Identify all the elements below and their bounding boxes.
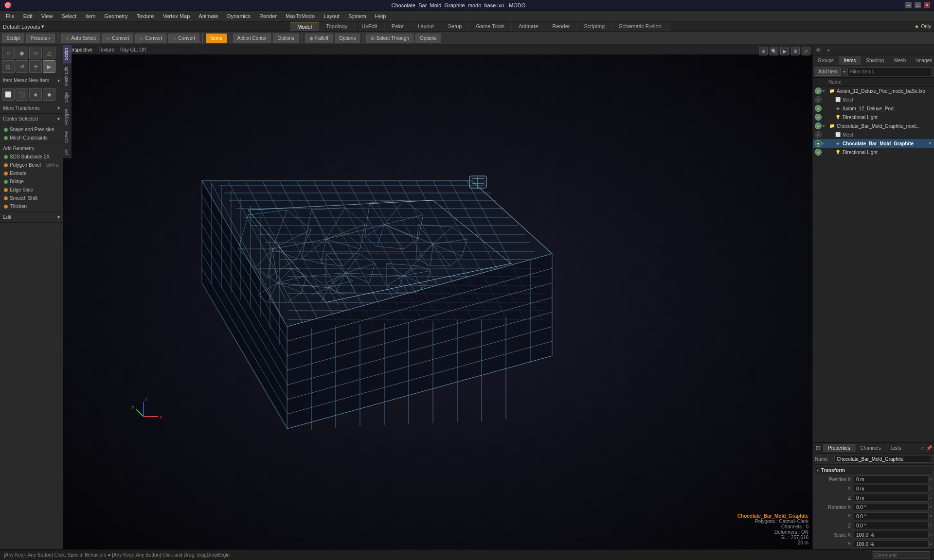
tab-schematic-fusion[interactable]: Schematic Fusion: [612, 22, 668, 31]
rotation-z-value[interactable]: 0.0 °: [854, 522, 929, 529]
tool-icon-cylinder[interactable]: ▭: [29, 47, 42, 59]
select-through-button[interactable]: ⊞ Select Through: [366, 34, 413, 43]
visibility-eye-7[interactable]: ●: [815, 140, 822, 147]
tree-row-8[interactable]: ● 💡 Directional Light: [813, 148, 934, 157]
edge-slice-item[interactable]: Edge Slice: [0, 186, 63, 194]
position-y-stepper[interactable]: ≡: [930, 487, 932, 491]
menu-item-layout[interactable]: Layout: [320, 12, 343, 20]
vp-settings-button[interactable]: ⚙: [791, 47, 800, 55]
tool-icon-move[interactable]: ✛: [29, 60, 42, 73]
tab-paint[interactable]: Paint: [385, 22, 411, 31]
tab-render[interactable]: Render: [545, 22, 577, 31]
presets-button[interactable]: Presets ●: [26, 34, 55, 43]
position-z-value[interactable]: 0 m: [854, 494, 929, 502]
props-expand-btn[interactable]: ⤢: [920, 445, 924, 451]
tree-row-1[interactable]: ● ▾ 📁 Axiom_12_Deluxe_Pool_modo_baSe.lxo: [813, 87, 934, 95]
tab-topology[interactable]: Topology: [319, 22, 355, 31]
tab-setup[interactable]: Setup: [441, 22, 469, 31]
shading-tab[interactable]: Shading: [861, 56, 889, 65]
props-pin-btn[interactable]: 📌: [926, 445, 932, 451]
position-x-stepper[interactable]: ≡: [930, 477, 932, 482]
tree-row-3[interactable]: ● ◈ Axiom_12_Deluxe_Pool: [813, 104, 934, 113]
smooth-shift-item[interactable]: Smooth Shift: [0, 194, 63, 202]
transforms-header[interactable]: More Transforms ▾: [0, 104, 63, 112]
scale-x-stepper[interactable]: ≡: [930, 533, 932, 537]
minimize-button[interactable]: ─: [905, 2, 912, 8]
action-center-button[interactable]: Action Center: [233, 34, 271, 43]
position-y-value[interactable]: 0 m: [854, 485, 929, 492]
menu-item-texture[interactable]: Texture: [133, 12, 158, 20]
tool-icon-nurbs[interactable]: ◈: [29, 88, 42, 101]
viewport[interactable]: Perspective Texture Ray GL: Off ⊞ 🔍 ▶ ⚙ …: [63, 45, 812, 549]
visibility-eye-6[interactable]: ○: [815, 131, 822, 138]
left-vtab-edge[interactable]: Edge: [63, 89, 72, 105]
close-button[interactable]: ✕: [924, 2, 930, 8]
polygon-bevel-item[interactable]: Polygon Bevel Shift B: [0, 161, 63, 169]
visibility-eye-4[interactable]: ●: [815, 114, 822, 121]
add-icon[interactable]: +: [824, 46, 833, 54]
tree-row-6[interactable]: ○ ⬜ Mesh: [813, 130, 934, 139]
menu-item-animate[interactable]: Animate: [195, 12, 222, 20]
channels-tab[interactable]: Channels: [856, 444, 886, 452]
add-item-button[interactable]: Add Item: [815, 68, 841, 76]
menu-item-geometry[interactable]: Geometry: [100, 12, 131, 20]
menu-item-file[interactable]: File: [2, 12, 18, 20]
tree-row-5[interactable]: ● ▾ 📁 Chocolate_Bar_Mold_Graphite_mod...: [813, 122, 934, 130]
left-vtab-uv[interactable]: UV: [63, 146, 72, 158]
rotation-y-stepper[interactable]: ≡: [930, 514, 932, 519]
tree-row-2[interactable]: ○ ⬜ Mesh: [813, 95, 934, 104]
center-selected-header[interactable]: Center Selected ▾: [0, 115, 63, 123]
tab-game-tools[interactable]: Game Tools: [469, 22, 512, 31]
menu-item-edit[interactable]: Edit: [19, 12, 36, 20]
transform-section-header[interactable]: ▾ Transform: [815, 467, 932, 474]
sds-subdivide-item[interactable]: SDS Subdivide 2X: [0, 153, 63, 161]
menu-item-select[interactable]: Select: [57, 12, 80, 20]
visibility-eye-5[interactable]: ●: [815, 122, 822, 129]
items-button[interactable]: Items: [206, 34, 226, 43]
properties-tab[interactable]: Properties: [823, 444, 856, 452]
convert-button-2[interactable]: ▷ Convert: [135, 34, 166, 43]
add-geometry-header[interactable]: Add Geometry: [0, 144, 63, 153]
menu-item-item[interactable]: Item: [81, 12, 99, 20]
scale-y-stepper[interactable]: ≡: [930, 542, 932, 546]
menu-item-system[interactable]: System: [344, 12, 370, 20]
snaps-precision-item[interactable]: Snaps and Precision: [0, 125, 63, 134]
thicken-item[interactable]: Thicken: [0, 202, 63, 210]
visibility-eye-2[interactable]: ○: [815, 96, 822, 103]
scale-x-value[interactable]: 100.0 %: [854, 531, 929, 539]
tool-icon-rotate[interactable]: ↺: [16, 60, 28, 73]
options-button-2[interactable]: Options: [335, 34, 360, 43]
tool-icon-select[interactable]: ▶: [43, 60, 55, 73]
items-tab[interactable]: Items: [839, 56, 861, 65]
tab-animate[interactable]: Animate: [512, 22, 545, 31]
position-z-stepper[interactable]: ≡: [930, 496, 932, 500]
visibility-eye-1[interactable]: ●: [815, 88, 822, 94]
menu-item-view[interactable]: View: [37, 12, 57, 20]
mesh-constraints-item[interactable]: Mesh Constraints: [0, 134, 63, 142]
close-icon-7[interactable]: ✕: [928, 141, 932, 146]
menu-item-help[interactable]: Help: [371, 12, 390, 20]
edit-header[interactable]: Edit ▾: [0, 213, 63, 221]
command-input[interactable]: [872, 551, 930, 559]
vp-render-button[interactable]: ▶: [780, 47, 789, 55]
menu-item-vertex-map[interactable]: Vertex Map: [159, 12, 194, 20]
maximize-button[interactable]: □: [915, 2, 921, 8]
menu-item-maxtomodo[interactable]: MaxToModo: [282, 12, 319, 20]
menu-item-dynamics[interactable]: Dynamics: [223, 12, 254, 20]
vp-zoom-button[interactable]: 🔍: [770, 47, 778, 55]
visibility-eye-3[interactable]: ●: [815, 105, 822, 112]
left-vtab-sculpt[interactable]: Sculpt: [63, 45, 72, 63]
groups-tab[interactable]: Groups: [813, 56, 839, 65]
props-expand-icon[interactable]: ⊞: [813, 443, 823, 453]
visibility-eye-8[interactable]: ●: [815, 149, 822, 156]
options-button-1[interactable]: Options: [273, 34, 298, 43]
bridge-item[interactable]: Bridge: [0, 177, 63, 186]
tool-icon-mesh[interactable]: ⬜: [2, 88, 15, 101]
images-tab[interactable]: Images: [911, 56, 934, 65]
item-menu-header[interactable]: Item Menu: New Item ▾: [0, 76, 63, 85]
left-vtab-mesh-edit[interactable]: Mesh Edit: [63, 63, 72, 89]
left-vtab-curve[interactable]: Curve: [63, 128, 72, 146]
tab-uvedit[interactable]: UvEdit: [355, 22, 384, 31]
vp-fit-button[interactable]: ⊞: [759, 47, 768, 55]
tool-icon-circle[interactable]: ○: [2, 47, 15, 59]
